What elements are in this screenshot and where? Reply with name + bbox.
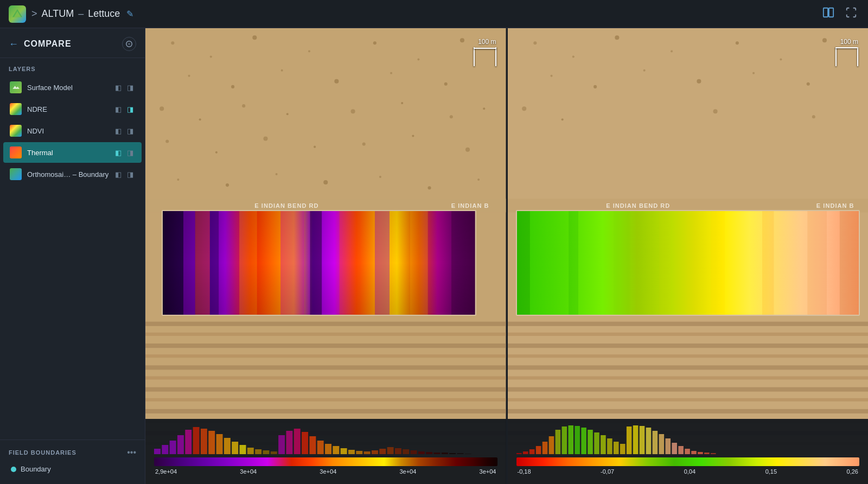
layer-item-surface[interactable]: Surface Model ◧ ◨ [3,77,142,98]
svg-rect-87 [294,429,301,454]
svg-rect-172 [646,428,651,454]
svg-point-33 [465,148,470,152]
svg-rect-134 [508,387,869,392]
svg-point-18 [444,82,448,86]
svg-rect-165 [601,435,606,454]
left-map-panel[interactable]: E INDIAN BEND RD E INDIAN B [145,28,506,484]
svg-point-120 [643,69,645,72]
svg-rect-46 [145,377,506,380]
right-colorbar-label-4: 0,26 [847,468,858,475]
svg-rect-160 [568,425,573,454]
svg-rect-158 [555,430,560,454]
ortho-right-icon[interactable]: ◨ [125,169,135,180]
svg-rect-91 [325,444,331,454]
svg-point-6 [171,41,174,44]
svg-rect-175 [665,438,671,454]
back-button[interactable]: ← [9,39,18,50]
layer-item-ndre[interactable]: NDRE ◧ ◨ [3,99,142,119]
svg-rect-83 [263,450,269,454]
right-map-panel[interactable]: E INDIAN BEND RD E INDIAN B [506,28,869,484]
ndre-icon [10,103,22,115]
edit-icon[interactable]: ✎ [126,9,133,19]
svg-rect-150 [807,211,827,315]
svg-rect-85 [278,435,285,454]
svg-rect-47 [145,387,506,392]
svg-rect-181 [704,453,710,454]
svg-rect-74 [193,427,200,454]
left-colorbar-label-0: 2,9e+04 [155,468,177,475]
svg-rect-149 [762,211,774,315]
ndvi-left-icon[interactable]: ◧ [113,126,123,136]
breadcrumb-arrow: > [31,8,37,20]
svg-rect-133 [508,377,869,380]
svg-point-21 [242,104,245,107]
svg-point-118 [550,75,552,77]
svg-point-17 [390,72,392,74]
thermal-right-icon[interactable]: ◨ [125,148,135,158]
svg-rect-130 [508,343,869,348]
sidebar-bottom: FIELD BOUNDARIES ••• Boundary [0,440,145,484]
svg-rect-75 [201,429,207,454]
layer-item-ortho[interactable]: Orthomosai… – Boundary ◧ ◨ [3,164,142,184]
svg-rect-129 [508,333,869,336]
layer-item-ndvi[interactable]: NDVI ◧ ◨ [3,120,142,141]
field-boundaries-more[interactable]: ••• [127,448,136,457]
svg-rect-72 [177,435,184,454]
ndre-left-icon[interactable]: ◧ [113,104,123,114]
svg-point-22 [286,113,289,115]
layer-right-icon[interactable]: ◨ [125,82,135,93]
svg-rect-95 [356,451,362,454]
layer-left-icon[interactable]: ◧ [113,82,123,93]
svg-rect-88 [302,432,308,454]
svg-rect-2 [824,8,828,17]
svg-point-111 [533,41,537,44]
thermal-label: Thermal [27,149,113,157]
svg-rect-98 [379,449,386,454]
svg-rect-131 [508,354,869,358]
svg-point-30 [314,146,316,148]
ortho-left-icon[interactable]: ◧ [113,169,123,180]
app-logo [9,5,26,23]
svg-rect-101 [403,449,409,454]
left-thermal-overlay [162,210,476,316]
svg-rect-182 [711,453,716,454]
fullscreen-button[interactable] [843,4,859,23]
svg-rect-97 [372,450,378,454]
svg-point-121 [697,79,701,84]
svg-rect-80 [240,445,246,454]
right-colorbar-label-3: 0,15 [765,468,777,475]
app-name: ALTUM [42,8,74,20]
svg-rect-171 [639,426,644,454]
ndre-right-icon[interactable]: ◨ [125,104,135,114]
svg-point-123 [806,82,809,86]
svg-rect-151 [839,211,859,315]
svg-rect-99 [387,447,394,454]
svg-rect-108 [457,453,464,454]
svg-rect-180 [698,452,703,454]
compare-chevron[interactable] [122,37,136,51]
thermal-left-icon[interactable]: ◧ [113,148,123,158]
svg-point-31 [362,143,366,146]
right-histogram [516,424,860,454]
layer-item-thermal[interactable]: Thermal ◧ ◨ [3,142,142,163]
map-area[interactable]: E INDIAN BEND RD E INDIAN B [145,28,868,484]
svg-rect-82 [255,449,261,454]
svg-rect-177 [678,446,684,454]
svg-rect-152 [516,453,522,454]
svg-point-37 [323,180,328,184]
svg-rect-128 [508,322,869,326]
ndre-layer-actions: ◧ ◨ [113,104,135,114]
svg-rect-179 [691,451,697,454]
ndvi-right-icon[interactable]: ◨ [125,126,135,136]
split-view-button[interactable] [820,4,837,23]
svg-rect-79 [232,442,238,454]
compare-title: COMPARE [24,39,122,49]
surface-layer-actions: ◧ ◨ [113,82,135,93]
svg-point-11 [417,59,419,61]
app-header: > ALTUM – Lettuce ✎ [0,0,868,28]
right-ndvi-overlay [516,210,860,316]
svg-rect-170 [633,425,638,454]
svg-text:E INDIAN B: E INDIAN B [816,202,854,209]
svg-rect-100 [395,448,401,454]
left-scale-bar: 100 m [474,38,496,49]
